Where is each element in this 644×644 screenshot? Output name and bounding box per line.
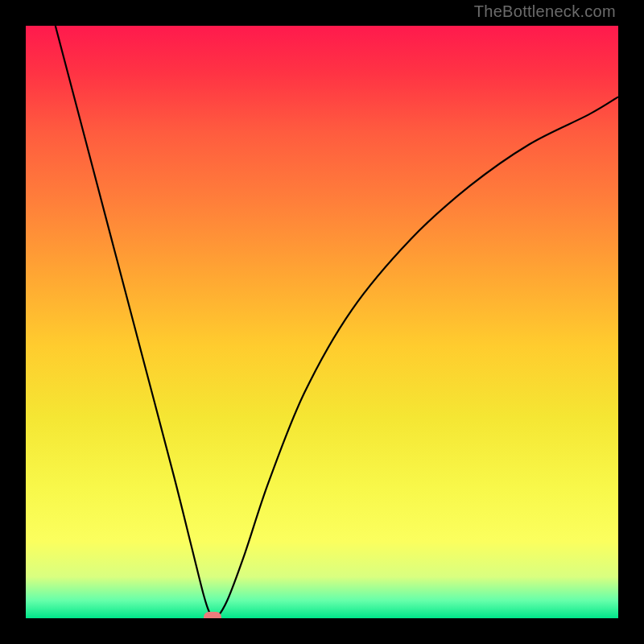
bottleneck-curve <box>26 26 618 618</box>
chart-area <box>26 26 618 618</box>
watermark-text: TheBottleneck.com <box>474 2 616 21</box>
minimum-marker <box>204 612 221 618</box>
